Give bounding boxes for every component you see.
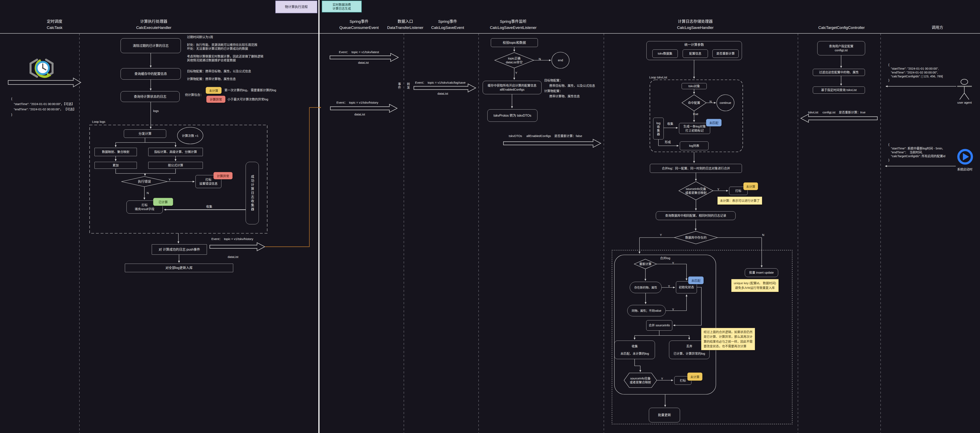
node-update-all-logs: 对全部log更新入库 (125, 263, 233, 272)
node-param-tskv-dataset: tskv数据集 (652, 49, 678, 58)
badge-calc-error-2: 计算异常 (213, 172, 232, 179)
lane-title-queue-cn: Spring事件 (350, 19, 369, 24)
lane-title-exec-en: CalcExecuteHandler (136, 25, 171, 30)
label-y-recalc: Y (672, 261, 674, 265)
label-loop-tskvlist: Loop tskvList (649, 75, 667, 79)
label-event-history: Event： topic = v1/tskv/history (336, 101, 379, 105)
node-query-pending-logs: 查询待计算状态的日志 (121, 91, 180, 102)
label-true: true (693, 112, 698, 116)
badge-uncalculated: 未计算 (206, 87, 221, 94)
note-config-detail: 目标物配置：携带目标物、属性，以及公式信息 计算物配置：携带计算物、属性信息 (187, 69, 251, 81)
badge-unmatched-2: 未匹配 (688, 276, 704, 284)
lane-title-handler-cn: 计算日志存储处理器 (678, 19, 713, 24)
lane-title-handler-en: CalcLogSaveHandler (677, 25, 714, 30)
diamond-topic-valid: topic正确 dataList非空 (495, 53, 534, 67)
node-calc-count-circle: 计算次数 +1 (177, 132, 203, 140)
note-merge-logic: 经过上面的合并逻辑，如果状态仍然 是已计算、计算异常，那么其再次计 算的结果也必… (701, 328, 755, 350)
label-event-history-push: Event： topic = v1/tskv/history (212, 237, 253, 241)
node-log-list: log列表 (680, 141, 708, 150)
label-user-agent: user agent (958, 101, 972, 105)
label-y-topic: Y (515, 71, 517, 75)
diagram-connectors-layer (0, 0, 980, 433)
lane-title-exec-cn: 计算执行处理器 (140, 19, 167, 24)
node-param-recalc: 是否重新计算 (713, 49, 739, 58)
node-accumulate: 累加 (94, 162, 137, 169)
calctask-request-json: { "startTime": "2024-01-01 00:00:00"，【可选… (11, 96, 76, 117)
node-check-topic-data: 校验topic和数据 (491, 38, 538, 47)
node-continue-circle: continue (717, 99, 734, 107)
label-forward-relay: 转发 (406, 82, 410, 89)
label-forward-event: 事件 (397, 82, 401, 89)
push-event-crosslink (265, 108, 321, 247)
node-query-user-config: 查询用户指定配置 configList (817, 41, 865, 56)
node-formula-calc: 按公式计算 (148, 162, 203, 169)
label-y-sourceinfo-2: Y (661, 377, 663, 381)
node-query-cached-config: 查询缓存中的配置信息 (121, 68, 181, 79)
diamond-exists-in-db: 数据库中存在的 (674, 233, 718, 242)
node-success-log-collector: 成功计算日志收集器 (246, 162, 259, 224)
lane-title-caller: 调用方 (932, 25, 943, 30)
label-form: 形成 (665, 140, 671, 144)
label-event-latest: Event： topic = v1/tskv/latest (339, 50, 379, 54)
note-uncalculated-meaning: 未计算：表示可以进行计算了 (718, 197, 762, 205)
label-collect-2: 收集 (667, 122, 673, 126)
label-n-exec-error: N (146, 191, 149, 195)
lane-title-queue-en: QueueConsumerEvent (339, 25, 379, 30)
lane-title-saveevent-en: CalcLogSaveEvent (431, 25, 464, 30)
node-new-things: 存在新的物、属性 (630, 282, 662, 293)
node-convert-dtos: tskvProtos 转为 tskvDTOs (487, 109, 538, 122)
diamond-exec-error: 执行错误 (121, 176, 167, 187)
sequence-flow-diagram: 物计算执行流程 实时数据消费 计算日志生成 定时调度 CalcTask 计算执行… (0, 0, 980, 433)
diamond-sourceinfo-complete-2: sourceInfo完备 或者是聚合映射 (624, 376, 657, 385)
note-pending-1: 第一次计算的log， 需要重新计算的log (224, 88, 276, 92)
caller-json-request: { "startTime": "2024-01-01 00:00:00", "e… (888, 63, 943, 82)
note-clean-expired: 过期时间默认为1周 好处：执行性能、资源消耗可以维持在比较乐观范围 坏处：无法重… (187, 35, 263, 62)
exec-flow-lines (90, 53, 267, 263)
lane-title-dataentry-en: DataTransferListener (387, 25, 423, 30)
label-event-save: Event： topic = v1/tskv/calc/log/save (415, 81, 466, 85)
node-query-db-logs: 查询数据库中相同配置、相同时刻的日志记录 (656, 211, 736, 220)
label-datalist-push: dataList (228, 255, 239, 259)
node-indicator-calc: 指标计算、高级计算、分摊计算 (148, 148, 203, 156)
label-loop-logs: Loop logs (92, 120, 105, 124)
label-n-exists: N (762, 233, 764, 237)
badge-calc-error: 计算异常 (206, 96, 226, 103)
label-n-hit: N (710, 100, 712, 104)
handler-flow-lines (612, 60, 792, 424)
scheduler-clock-icon (30, 60, 52, 78)
node-same-things-diff-value: 同物、属性；不同value (627, 305, 666, 316)
label-y-sourceinfo: Y (717, 187, 719, 191)
badge-uncalculated-2: 未计算 (743, 182, 758, 190)
node-get-enabled-configs: 缓存中获取所有开启计算的配置信息 allEnabledConfigs (483, 81, 541, 94)
note-unique-key: unique key (配置id， 数据时间) 避免多JVM运行导致重复入库 (731, 279, 779, 292)
diamond-recalc: 重新计算 (634, 262, 657, 266)
label-datalist-3: dataList (438, 92, 448, 96)
label-logs: logs (153, 109, 159, 113)
lane-title-listener-cn: Spring事件监听 (500, 19, 527, 24)
node-push-success-event: 对 计算成功的日志 push事件 (152, 244, 207, 255)
lane-title-saveevent-cn: Spring事件 (438, 19, 457, 24)
label-y-new: Y (668, 284, 670, 288)
node-data-mapping: 数据映射、聚合映射 (94, 148, 137, 156)
note-pending-2: 小于最大可计算次数的异常log (228, 97, 268, 102)
diamond-hit-config: 命中配置 (682, 98, 706, 108)
label-y-exists: Y (660, 233, 662, 237)
label-pass-to-handler: tskvDTOs allEnabledConfigs 是否重新计算：false (509, 134, 582, 138)
lane-title-controller: CalcTargetConfigController (818, 25, 865, 30)
system-start-play-icon (958, 150, 972, 163)
label-y-exec-error: Y (169, 178, 171, 182)
node-log-collector: log 收 集 器 (653, 118, 664, 140)
label-pending-contains: 待计算包含： (185, 93, 203, 97)
node-merge-log: 合并log：同一配置、同一时刻的日志对象进行合并 (650, 164, 742, 173)
node-batch-insert-update: 批量 insert update (745, 268, 778, 277)
label-return-to-handler: tskvList configList 是否重新计算：true (808, 110, 865, 114)
node-query-tskvlist-by-time: 基于指定时间查询 tskvList (813, 87, 865, 94)
node-collect-logs: 收集 未匹配、未计算的log (614, 341, 655, 359)
badge-uncalculated-3: 未计算 (687, 373, 702, 381)
node-generate-log: 生成一条log对象 打上初始标记 (679, 123, 710, 134)
diamond-sourceinfo-complete: sourceInfo完备 或者是聚合映射 (679, 186, 713, 196)
node-tskv-object: tskv对象 (682, 83, 707, 89)
lane-title-calctask-cn: 定时调度 (47, 19, 62, 24)
flag-realtime-consume: 实时数据消费 计算日志生成 (322, 1, 362, 13)
label-datalist-2: dataList (354, 113, 365, 116)
